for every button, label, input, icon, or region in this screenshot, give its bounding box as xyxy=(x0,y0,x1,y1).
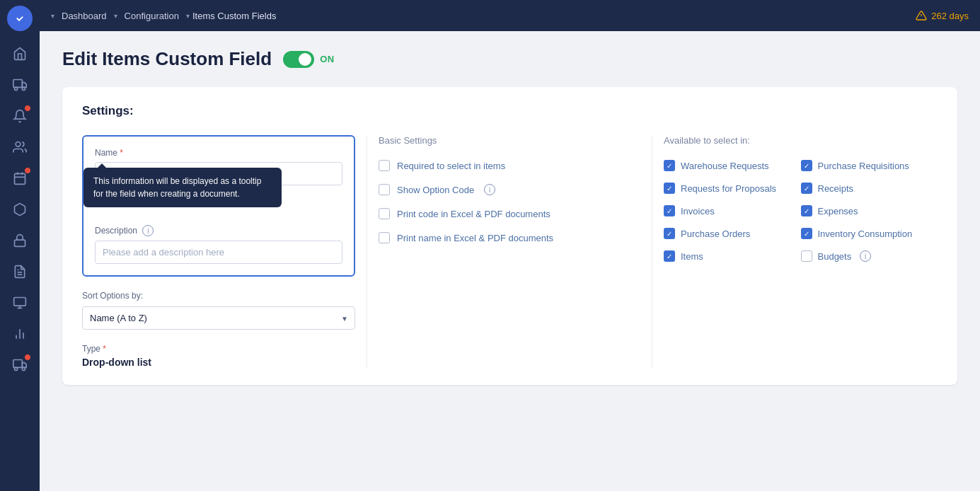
purchase-orders-checkbox[interactable]: ✓ xyxy=(664,228,675,239)
sort-select-wrapper: Name (A to Z) Name (Z to A) Code (A to Z… xyxy=(82,306,355,330)
print-name-label: Print name in Excel & PDF documents xyxy=(397,233,553,243)
svg-rect-5 xyxy=(15,173,25,184)
required-checkbox[interactable] xyxy=(379,160,390,171)
topbar: ▾ Dashboard ▾ Configuration ▾ Items Cust… xyxy=(40,0,980,31)
purchase-req-label: Purchase Requisitions xyxy=(818,161,909,171)
alert-badge xyxy=(24,105,31,112)
sort-group: Sort Options by: Name (A to Z) Name (Z t… xyxy=(82,291,355,330)
warning-text: 262 days xyxy=(931,11,969,21)
name-description-group: Name * This information will be displaye… xyxy=(82,135,355,277)
breadcrumb: ▾ Dashboard ▾ Configuration ▾ Items Cust… xyxy=(51,8,276,24)
sidebar-settings-icon[interactable] xyxy=(6,289,34,317)
items-chevron: ▾ xyxy=(186,12,190,20)
svg-rect-12 xyxy=(14,298,26,306)
name-label: Name * xyxy=(95,148,342,158)
delivery-badge xyxy=(24,354,31,361)
svg-point-2 xyxy=(15,87,18,90)
available-grid: ✓ Warehouse Requests ✓ Purchase Requisit… xyxy=(664,160,926,262)
svg-point-4 xyxy=(16,142,21,147)
svg-point-3 xyxy=(22,87,25,90)
items-label: Items xyxy=(681,251,703,262)
print-code-label: Print code in Excel & PDF documents xyxy=(397,209,550,219)
warehouse-label: Warehouse Requests xyxy=(681,161,769,171)
budgets-label: Budgets xyxy=(818,251,852,262)
sort-label: Sort Options by: xyxy=(82,291,355,301)
svg-rect-1 xyxy=(13,80,22,88)
avail-budgets: Budgets i xyxy=(801,250,927,262)
invoices-checkbox[interactable]: ✓ xyxy=(664,205,675,216)
svg-rect-18 xyxy=(13,360,22,368)
current-page-nav: Items Custom Fields xyxy=(192,11,276,21)
sidebar-home-icon[interactable] xyxy=(6,40,34,68)
budgets-checkbox[interactable] xyxy=(801,250,812,262)
warehouse-checkbox[interactable]: ✓ xyxy=(664,160,675,171)
required-label: Required to select in items xyxy=(397,161,505,171)
invoices-label: Invoices xyxy=(681,206,715,216)
description-input[interactable] xyxy=(95,241,342,264)
description-label: Description i xyxy=(95,225,342,236)
toggle-label: ON xyxy=(320,54,335,64)
items-checkbox[interactable]: ✓ xyxy=(664,250,675,262)
sidebar-chart-icon[interactable] xyxy=(6,320,34,348)
rfp-checkbox[interactable]: ✓ xyxy=(664,183,675,194)
print-code-checkbox[interactable] xyxy=(379,208,390,219)
sidebar-lock-icon[interactable] xyxy=(6,226,34,255)
settings-columns: Name * This information will be displaye… xyxy=(82,135,938,368)
sidebar-inventory-icon[interactable] xyxy=(6,195,34,224)
left-column: Name * This information will be displaye… xyxy=(82,135,367,368)
type-label: Type * xyxy=(82,344,355,354)
page-content: Edit Items Custom Field ON Settings: Nam… xyxy=(40,31,980,491)
avail-invoices: ✓ Invoices xyxy=(664,205,790,216)
checkbox-required-items: Required to select in items xyxy=(379,160,640,171)
inventory-consumption-label: Inventory Consumption xyxy=(818,229,913,239)
tooltip-box: This information will be displayed as a … xyxy=(83,168,282,207)
checkbox-show-option-code: Show Option Code i xyxy=(379,184,640,195)
description-info-icon[interactable]: i xyxy=(142,225,154,236)
avail-expenses: ✓ Expenses xyxy=(801,205,927,216)
settings-card: Settings: Name * This information will b… xyxy=(62,87,957,385)
show-option-label: Show Option Code xyxy=(397,185,474,195)
sidebar-tasks-icon[interactable] xyxy=(6,164,34,192)
checkbox-print-name: Print name in Excel & PDF documents xyxy=(379,232,640,243)
avail-purchase-orders: ✓ Purchase Orders xyxy=(664,228,790,239)
sidebar-users-icon[interactable] xyxy=(6,133,34,161)
sidebar-delivery-icon[interactable] xyxy=(6,351,34,379)
sidebar xyxy=(0,0,40,491)
sort-select[interactable]: Name (A to Z) Name (Z to A) Code (A to Z… xyxy=(82,306,355,330)
sidebar-reports-icon[interactable] xyxy=(6,258,34,286)
app-logo[interactable] xyxy=(7,6,33,31)
warning-indicator: 262 days xyxy=(916,10,969,21)
print-name-checkbox[interactable] xyxy=(379,232,390,243)
inventory-consumption-checkbox[interactable]: ✓ xyxy=(801,228,812,239)
right-column: Available to select in: ✓ Warehouse Requ… xyxy=(652,135,938,368)
purchase-orders-label: Purchase Orders xyxy=(681,229,750,239)
svg-point-20 xyxy=(22,367,25,370)
avail-receipts: ✓ Receipts xyxy=(801,183,927,194)
type-required: * xyxy=(103,344,106,354)
avail-inventory-consumption: ✓ Inventory Consumption xyxy=(801,228,927,239)
show-option-checkbox[interactable] xyxy=(379,184,390,195)
receipts-label: Receipts xyxy=(818,183,854,194)
receipts-checkbox[interactable]: ✓ xyxy=(801,183,812,194)
settings-heading: Settings: xyxy=(82,104,938,118)
main-area: ▾ Dashboard ▾ Configuration ▾ Items Cust… xyxy=(40,0,980,491)
name-required: * xyxy=(120,148,123,158)
avail-purchase-requisitions: ✓ Purchase Requisitions xyxy=(801,160,927,171)
budgets-info-icon[interactable]: i xyxy=(860,250,871,262)
toggle-container: ON xyxy=(283,51,335,68)
expenses-checkbox[interactable]: ✓ xyxy=(801,205,812,216)
purchase-req-checkbox[interactable]: ✓ xyxy=(801,160,812,171)
rfp-label: Requests for Proposals xyxy=(681,183,776,194)
type-value: Drop-down list xyxy=(82,357,355,368)
basic-settings-title: Basic Settings xyxy=(379,135,640,146)
page-title-row: Edit Items Custom Field ON xyxy=(62,48,957,70)
show-option-info-icon[interactable]: i xyxy=(484,184,495,195)
sidebar-orders-icon[interactable] xyxy=(6,71,34,99)
task-badge xyxy=(24,167,31,174)
dashboard-nav[interactable]: Dashboard xyxy=(57,8,111,24)
sidebar-alerts-icon[interactable] xyxy=(6,102,34,130)
active-toggle[interactable] xyxy=(283,51,314,68)
configuration-nav[interactable]: Configuration xyxy=(120,8,183,24)
type-group: Type * Drop-down list xyxy=(82,344,355,368)
avail-warehouse-requests: ✓ Warehouse Requests xyxy=(664,160,790,171)
